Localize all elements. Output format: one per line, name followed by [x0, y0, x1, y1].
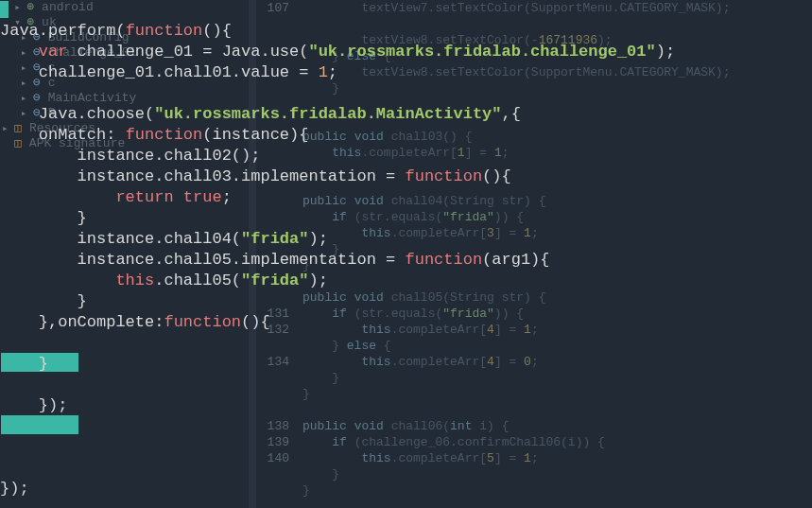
foreground-code-editor[interactable]: Java.perform(function(){ var challenge_0… — [0, 0, 675, 499]
terminal-cursor — [0, 1, 9, 18]
